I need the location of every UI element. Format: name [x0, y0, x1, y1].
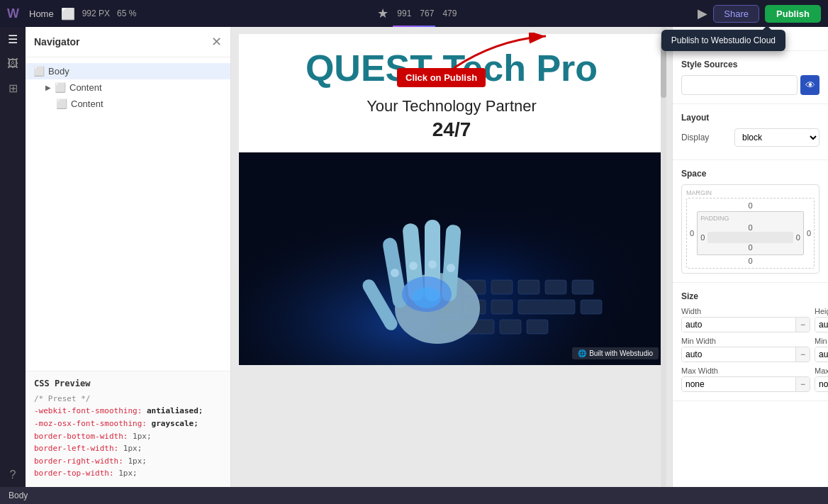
help-icon[interactable]: ? [10, 469, 16, 481]
width-field: Width − [681, 307, 810, 332]
publish-button[interactable]: Publish [765, 5, 821, 23]
max-width-label: Max Width [681, 366, 810, 375]
size-section: Size Width − Height − Mi [673, 283, 828, 401]
size-grid: Width − Height − Min Width [681, 307, 819, 392]
canvas-main-title: QUEST Tech Pro [260, 48, 643, 89]
zoom-level: 65 % [117, 9, 136, 18]
margin-left-val[interactable]: 0 [690, 229, 694, 237]
svg-rect-17 [527, 320, 548, 334]
components-icon[interactable]: ⊞ [9, 82, 18, 95]
hero-image-svg [239, 152, 664, 365]
min-width-minus-button[interactable]: − [795, 347, 810, 362]
margin-right-val[interactable]: 0 [807, 229, 811, 237]
min-width-label: Min Width [681, 337, 810, 345]
publish-tooltip: Publish to Webstudio Cloud [661, 30, 785, 51]
height-label: Height [815, 307, 828, 315]
width-input-row: − [681, 317, 810, 332]
padding-label: PADDING [700, 215, 800, 222]
tree-item-content1[interactable]: ▶ ⬜ Content [26, 79, 230, 96]
svg-rect-13 [518, 300, 575, 314]
css-line-bbw: border-bottom-width: 1px; [34, 430, 222, 443]
canvas-subtitle: Your Technology Partner [260, 97, 643, 116]
navigator-panel: Navigator ✕ ⬜ Body ▶ ⬜ Content ⬜ Content… [26, 27, 231, 487]
topbar-center: ★ 991 767 479 [377, 6, 457, 21]
css-line-comment: /* Preset */ [34, 393, 222, 405]
style-sources-input[interactable] [681, 75, 798, 95]
webstudio-icon: 🌐 [578, 349, 586, 357]
canvas-scrollbar[interactable] [661, 27, 666, 487]
statusbar-label: Body [9, 491, 28, 500]
size-title: Size [681, 291, 819, 301]
padding-bottom-val[interactable]: 0 [700, 243, 800, 252]
canvas-content: QUEST Tech Pro Your Technology Partner 2… [239, 34, 664, 141]
margin-bottom-val[interactable]: 0 [690, 257, 811, 265]
tab-icon[interactable]: ⬜ [61, 7, 75, 21]
star-icon[interactable]: ★ [377, 6, 388, 21]
margin-label: MARGIN [686, 189, 815, 196]
display-select[interactable]: block flex grid inline none [734, 128, 819, 147]
min-width-input-row: − [681, 347, 810, 362]
canvas-frame: QUEST Tech Pro Your Technology Partner 2… [239, 34, 664, 365]
max-width-input[interactable] [682, 377, 795, 391]
margin-mid-row: 0 PADDING 0 0 0 0 0 [690, 211, 811, 255]
padding-left-val[interactable]: 0 [700, 233, 705, 242]
display-label: Display [681, 133, 709, 142]
tree-item-content2[interactable]: ⬜ Content [26, 96, 230, 112]
margin-top-val[interactable]: 0 [690, 201, 811, 210]
svg-rect-6 [491, 280, 513, 294]
tooltip-arrow [763, 26, 771, 30]
navigator-header: Navigator ✕ [26, 27, 230, 57]
min-height-input[interactable] [815, 347, 828, 362]
canvas-num2: 767 [420, 9, 434, 18]
padding-mid: 0 0 [700, 232, 800, 243]
style-sources-row: 👁 [681, 75, 819, 95]
navigator-icon[interactable]: ☰ [8, 33, 18, 46]
space-box: MARGIN 0 0 PADDING 0 0 0 [681, 184, 819, 274]
svg-rect-16 [500, 320, 521, 334]
tree-body-label: Body [48, 66, 69, 77]
min-height-label: Min Height [815, 337, 828, 345]
padding-center-box [707, 232, 793, 243]
height-input-row: − [815, 317, 828, 332]
max-height-input[interactable] [815, 377, 828, 391]
navigator-title: Navigator [34, 36, 80, 47]
tree-item-body[interactable]: ⬜ Body [26, 63, 230, 79]
tree-content1-label: Content [69, 82, 102, 93]
css-preview-panel: CSS Preview /* Preset */ -webkit-font-sm… [26, 371, 230, 487]
padding-top-val[interactable]: 0 [700, 223, 800, 232]
layout-section: Layout Display block flex grid inline no… [673, 104, 828, 160]
tree-chevron1: ▶ [45, 84, 51, 91]
space-title: Space [681, 169, 819, 179]
svg-point-27 [409, 262, 418, 270]
display-row: Display block flex grid inline none [681, 128, 819, 147]
svg-rect-12 [491, 300, 513, 314]
svg-point-28 [428, 260, 437, 269]
min-height-field: Min Height − [815, 337, 828, 362]
watermark-text: Built with Webstudio [589, 349, 653, 357]
svg-point-26 [391, 269, 399, 277]
share-button[interactable]: Share [713, 5, 759, 23]
navigator-close-button[interactable]: ✕ [211, 34, 222, 50]
max-height-input-row: − [815, 376, 828, 392]
left-icons-bar: ☰ 🖼 ⊞ ? [0, 27, 26, 487]
tree-content2-icon: ⬜ [57, 99, 67, 109]
statusbar: Body [0, 487, 828, 504]
max-width-field: Max Width − [681, 366, 810, 392]
style-sources-title: Style Sources [681, 60, 819, 69]
topbar: W Home ⬜ 992 PX 65 % ★ 991 767 479 ▶ Sha… [0, 0, 828, 27]
min-width-input[interactable] [682, 347, 795, 362]
width-minus-button[interactable]: − [795, 318, 810, 332]
image-icon[interactable]: 🖼 [7, 57, 18, 70]
max-width-minus-button[interactable]: − [795, 377, 810, 391]
tree-body-icon: ⬜ [34, 67, 44, 77]
home-link[interactable]: Home [29, 9, 54, 19]
main-layout: ☰ 🖼 ⊞ ? Navigator ✕ ⬜ Body ▶ ⬜ Content ⬜ [0, 27, 828, 487]
width-input[interactable] [682, 318, 795, 332]
padding-box: PADDING 0 0 0 0 [697, 211, 804, 255]
eye-button[interactable]: 👁 [800, 75, 819, 95]
play-button[interactable]: ▶ [698, 6, 707, 21]
svg-point-25 [413, 287, 441, 308]
space-section: Space MARGIN 0 0 PADDING 0 0 [673, 160, 828, 283]
padding-right-val[interactable]: 0 [796, 233, 800, 242]
height-input[interactable] [815, 318, 828, 332]
